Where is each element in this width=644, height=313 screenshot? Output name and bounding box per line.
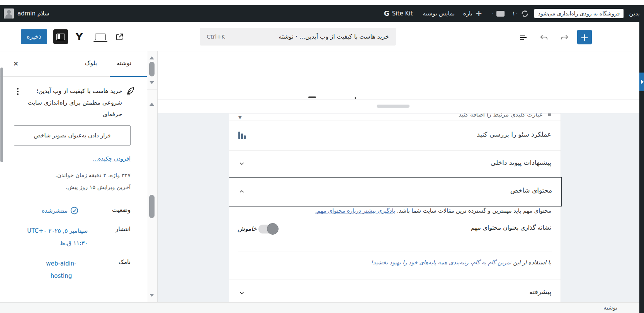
view-post-external-button[interactable] bbox=[115, 32, 124, 43]
redo-button[interactable] bbox=[559, 33, 569, 44]
preview-device-button[interactable] bbox=[95, 34, 106, 40]
command-shortcut-label: Ctrl+K bbox=[207, 34, 225, 40]
cornerstone-description: محتوای مهم باید مهمترین و گسترده ترین مق… bbox=[238, 208, 551, 214]
add-keyphrase-row[interactable]: عبارت کلیدی مرتبط را اضافه کنید ▼ bbox=[229, 113, 561, 120]
document-overview-button[interactable] bbox=[518, 33, 528, 44]
post-feather-icon bbox=[125, 86, 135, 96]
panel-divider bbox=[238, 252, 552, 252]
store-notice-label: فروشگاه به زودی راه‌اندازی می‌شود bbox=[534, 9, 624, 18]
external-link-icon bbox=[115, 32, 124, 41]
active-tab-underline bbox=[110, 76, 147, 77]
howdy-label: سلام admin bbox=[17, 10, 49, 17]
clipped-content-dot bbox=[355, 97, 356, 99]
settings-sidebar-toggle-button[interactable] bbox=[53, 29, 68, 44]
status-value-button[interactable]: منتشرشده bbox=[42, 206, 78, 215]
cornerstone-toggle-state: خاموش bbox=[238, 225, 257, 232]
tab-block[interactable]: بلوک bbox=[85, 60, 97, 67]
command-palette[interactable]: Ctrl+K خرید هاست با کیفیت از وب آیدین… ·… bbox=[200, 28, 396, 46]
cornerstone-panel: محتوای مهم باید مهمترین و گسترده ترین مق… bbox=[229, 206, 561, 279]
tab-post[interactable]: نوشته bbox=[117, 60, 131, 67]
publish-row-label: انتشار bbox=[116, 226, 131, 233]
site-kit-label: Site Kit bbox=[392, 10, 413, 17]
cornerstone-row[interactable]: محتوای شاخص bbox=[229, 177, 562, 206]
cornerstone-description-text: محتوای مهم باید مهمترین و گسترده ترین مق… bbox=[395, 208, 551, 214]
editor-canvas[interactable] bbox=[158, 51, 639, 113]
collapsed-admin-menu-strip bbox=[639, 5, 644, 313]
admin-bar-comments[interactable]: ۰ bbox=[491, 11, 504, 17]
undo-button[interactable] bbox=[539, 33, 549, 44]
sidebar-tabs: نوشته بلوک ✕ bbox=[0, 51, 147, 77]
post-actions-kebab[interactable] bbox=[17, 88, 19, 95]
updates-count: ۱۰ bbox=[512, 10, 518, 17]
scroll-column-divider bbox=[147, 90, 157, 90]
seo-performance-label: عملکرد سئو را بررسی کنید bbox=[477, 130, 551, 138]
add-keyphrase-label: عبارت کلیدی مرتبط را اضافه کنید bbox=[459, 113, 543, 120]
advanced-label: پیشرفته bbox=[529, 288, 551, 296]
admin-bar-updates[interactable]: ۱۰ bbox=[512, 10, 529, 18]
save-button[interactable]: ذخیره bbox=[21, 29, 47, 44]
footer-breadcrumb[interactable]: نوشته bbox=[603, 305, 617, 311]
sidebar-panel-icon bbox=[56, 34, 65, 40]
chevron-down-icon bbox=[238, 160, 245, 167]
metabox-resize-handle[interactable] bbox=[377, 105, 410, 108]
check-circle-icon bbox=[70, 206, 78, 215]
updates-refresh-icon bbox=[521, 10, 529, 18]
canvas-divider bbox=[158, 100, 639, 100]
slug-value-button[interactable]: web-aidin-hosting bbox=[37, 258, 85, 282]
chevron-right-icon bbox=[641, 80, 644, 84]
metabox-scrollbar-thumb[interactable] bbox=[149, 195, 155, 218]
google-g-icon: G bbox=[384, 10, 389, 17]
cornerstone-label: محتوای شاخص bbox=[510, 186, 552, 194]
block-inserter-button[interactable]: + bbox=[577, 30, 592, 44]
internal-linking-label: پیشنهادات پیوند داخلی bbox=[491, 159, 551, 166]
post-title-summary: خرید هاست با کیفیت از وب آیدین؛ شروعی مط… bbox=[23, 85, 122, 120]
cornerstone-tip: با استفاده از این تمرین گام به گام، رتبه… bbox=[238, 259, 551, 266]
bar-chart-icon bbox=[238, 132, 246, 139]
page-scrollbar-thumb[interactable] bbox=[0, 68, 3, 162]
advanced-row[interactable]: پیشرفته bbox=[229, 279, 561, 303]
editor-footer: نوشته bbox=[0, 302, 639, 313]
top-gap bbox=[0, 0, 644, 5]
admin-bar-site-kit[interactable]: G Site Kit bbox=[384, 10, 413, 17]
word-count-text: ۳۲۷ واژه، ۲ دقیقه زمان خواندن. bbox=[55, 172, 131, 178]
cornerstone-toggle-knob[interactable] bbox=[267, 223, 279, 235]
status-row-label: وضعیت bbox=[112, 206, 131, 213]
scroll-up-arrow[interactable] bbox=[150, 56, 154, 59]
last-edited-text: آخرین ویرایش ۱۵ روز پیش. bbox=[66, 184, 131, 190]
laptop-icon bbox=[95, 34, 106, 40]
admin-bar-right: G Site Kit نمایش نوشته تازه + ۰ ۱۰ bbox=[384, 5, 642, 22]
expand-panel-handle[interactable] bbox=[639, 73, 644, 91]
admin-bar-view-post[interactable]: نمایش نوشته bbox=[423, 10, 455, 17]
admin-bar-howdy[interactable]: سلام admin bbox=[4, 5, 49, 22]
clipped-content-mark bbox=[308, 96, 316, 98]
seo-performance-row[interactable]: عملکرد سئو را بررسی کنید bbox=[229, 120, 561, 151]
metabox-scroll-up-arrow[interactable] bbox=[150, 103, 154, 106]
slug-row-label: نامک bbox=[119, 259, 131, 266]
redo-icon bbox=[559, 33, 569, 42]
close-sidebar-button[interactable]: ✕ bbox=[13, 60, 19, 68]
scroll-column bbox=[147, 51, 158, 302]
cornerstone-tip-prefix: با استفاده از این bbox=[511, 259, 551, 266]
admin-bar: سلام admin G Site Kit نمایش نوشته تازه +… bbox=[0, 5, 644, 22]
featured-image-button[interactable]: قرار دادن به‌عنوان تصویر شاخص bbox=[14, 125, 131, 146]
scroll-down-arrow[interactable] bbox=[150, 81, 154, 84]
cornerstone-toggle-label: نشانه گذاری بعنوان محتوای مهم bbox=[471, 224, 551, 231]
view-post-label: نمایش نوشته bbox=[423, 10, 455, 17]
chevron-up-icon bbox=[238, 188, 245, 195]
featured-image-label: قرار دادن به‌عنوان تصویر شاخص bbox=[34, 132, 110, 139]
add-excerpt-link[interactable]: افزودن چکیده... bbox=[93, 156, 131, 162]
cornerstone-tip-link[interactable]: تمرین گام به گام، رتبه‌بندی همه پایه‌های… bbox=[371, 259, 511, 266]
chevron-down-icon bbox=[238, 289, 245, 296]
admin-bar-new[interactable]: تازه + bbox=[463, 10, 482, 18]
store-notice-badge[interactable]: فروشگاه به زودی راه‌اندازی می‌شود bbox=[534, 9, 624, 18]
caret-down-icon: ▼ bbox=[238, 113, 241, 120]
publish-date-button[interactable]: UTC+۰ سپتامبر ۵, ۲۰۲۵ ۱۱:۳۰ ق.ظ bbox=[20, 225, 88, 249]
cornerstone-learn-more-link[interactable]: یادگیری بیشتر درباره محتوای مهم. bbox=[315, 208, 395, 214]
canvas-scrollbar-thumb[interactable] bbox=[149, 62, 155, 76]
internal-linking-row[interactable]: پیشنهادات پیوند داخلی bbox=[229, 151, 561, 178]
undo-icon bbox=[539, 33, 549, 42]
save-button-label: ذخیره bbox=[27, 33, 41, 40]
add-keyphrase-plus-icon bbox=[548, 113, 551, 116]
avatar bbox=[4, 8, 14, 19]
metabox-scroll-down-arrow[interactable] bbox=[150, 294, 154, 297]
